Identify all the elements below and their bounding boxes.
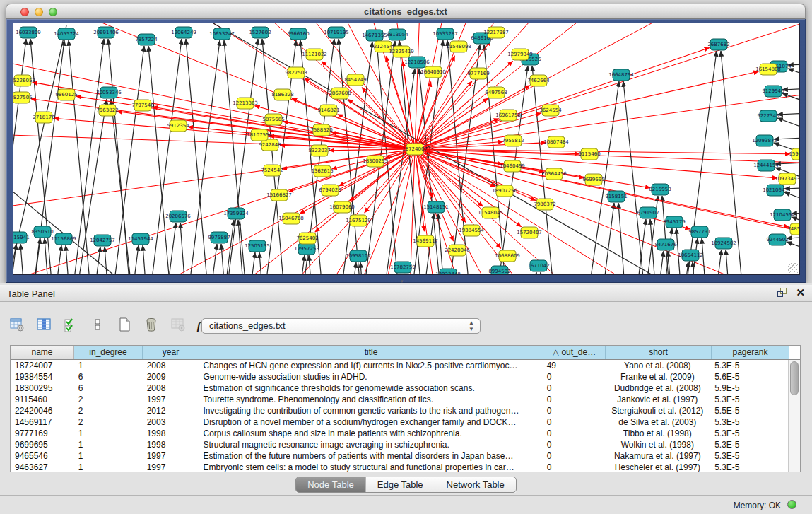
network-node[interactable]: 9860125 bbox=[55, 89, 77, 100]
cell-year[interactable]: 1998 bbox=[143, 439, 199, 450]
network-node[interactable]: 7485063 bbox=[787, 223, 800, 235]
cell-short[interactable]: de Silva et al. (2003) bbox=[604, 416, 710, 428]
cell-pagerank[interactable]: 5.3E-5 bbox=[710, 462, 788, 472]
cell-name[interactable]: 22420046 bbox=[11, 405, 74, 416]
network-node[interactable]: 5875685 bbox=[262, 114, 284, 125]
network-node[interactable]: 8454749 bbox=[344, 74, 366, 86]
delete-trash-button[interactable] bbox=[141, 316, 161, 336]
network-node[interactable]: 12213363 bbox=[233, 98, 258, 109]
network-node[interactable]: 11156869 bbox=[51, 233, 76, 245]
network-node[interactable]: 1527602 bbox=[249, 27, 271, 38]
column-header-pagerank[interactable]: pagerank bbox=[712, 346, 789, 359]
network-node[interactable]: 10533287 bbox=[433, 28, 458, 40]
cell-short[interactable]: Hescheler et al. (1997) bbox=[604, 462, 710, 472]
table-row[interactable]: 2242004622012Investigating the contribut… bbox=[11, 405, 788, 416]
column-header-short[interactable]: short bbox=[606, 346, 712, 359]
cell-short[interactable]: Dudbridge et al. (2008) bbox=[604, 382, 710, 394]
cell-out_de[interactable]: 0 bbox=[543, 371, 605, 382]
cell-in_degree[interactable]: 2 bbox=[74, 416, 143, 428]
cell-short[interactable]: Yano et al. (2008) bbox=[604, 360, 710, 371]
network-node[interactable]: 9146821 bbox=[317, 105, 339, 116]
network-node[interactable]: 10924502 bbox=[711, 238, 736, 249]
network-node[interactable]: 5912354 bbox=[167, 120, 189, 132]
network-node[interactable]: 14055724 bbox=[54, 28, 79, 40]
cell-title[interactable]: Corpus callosum shape and size in male p… bbox=[199, 428, 543, 439]
network-node[interactable]: 15148151 bbox=[423, 201, 449, 213]
cell-year[interactable]: 1997 bbox=[143, 462, 199, 472]
network-node[interactable]: 20691406 bbox=[93, 27, 119, 38]
canvas-resize-grip[interactable] bbox=[788, 263, 798, 273]
network-node[interactable]: 3624554 bbox=[539, 105, 562, 116]
network-node[interactable]: 9158151 bbox=[605, 191, 627, 202]
network-node[interactable]: 2687682 bbox=[707, 39, 729, 50]
float-panel-icon[interactable] bbox=[777, 288, 787, 298]
network-node[interactable]: 9244502 bbox=[766, 234, 788, 245]
network-node[interactable]: 7986372 bbox=[534, 199, 555, 210]
cell-in_degree[interactable]: 6 bbox=[74, 371, 143, 382]
cell-year[interactable]: 1997 bbox=[143, 394, 199, 405]
table-row[interactable]: 946554611997Estimation of the future num… bbox=[11, 450, 788, 462]
cell-name[interactable]: 14569117 bbox=[11, 416, 74, 428]
network-node[interactable]: 10210643 bbox=[763, 185, 788, 196]
network-node[interactable]: 7797546 bbox=[131, 100, 154, 111]
table-row[interactable]: 946362711997Embryonic stem cells: a mode… bbox=[11, 462, 788, 472]
network-node[interactable]: 15720407 bbox=[517, 227, 542, 238]
network-node[interactable]: 7524542 bbox=[261, 165, 283, 176]
network-node[interactable]: 3915941 bbox=[13, 232, 30, 243]
network-node[interactable]: 7625402 bbox=[296, 233, 318, 244]
network-node[interactable]: 15166827 bbox=[266, 189, 292, 201]
column-header-out_de[interactable]: △ out_de… bbox=[543, 346, 606, 359]
cell-short[interactable]: Tibbo et al. (1998) bbox=[604, 428, 710, 439]
cell-pagerank[interactable]: 5.6E-5 bbox=[710, 371, 788, 382]
cell-year[interactable]: 1998 bbox=[143, 428, 199, 439]
network-node[interactable]: 7462664 bbox=[527, 75, 550, 86]
network-node[interactable]: 2718176 bbox=[33, 112, 55, 123]
cell-title[interactable]: Estimation of significance thresholds fo… bbox=[199, 382, 543, 394]
network-node[interactable]: 10460499 bbox=[500, 160, 525, 172]
network-node[interactable]: 9857791 bbox=[688, 226, 710, 238]
table-row[interactable]: 911546021997Tourette syndrome. Phenomeno… bbox=[11, 394, 788, 405]
network-node[interactable]: 8322037 bbox=[308, 145, 330, 156]
tab-edge-table[interactable]: Edge Table bbox=[366, 477, 435, 492]
table-row[interactable]: 1456911722003Disruption of a novel membe… bbox=[11, 416, 788, 428]
network-node[interactable]: 6497568 bbox=[485, 87, 507, 98]
network-node[interactable]: 12042757 bbox=[90, 235, 115, 246]
network-node[interactable]: 9777169 bbox=[467, 68, 489, 79]
cell-name[interactable]: 18724007 bbox=[11, 360, 74, 371]
cell-in_degree[interactable]: 1 bbox=[74, 428, 143, 439]
network-window-titlebar[interactable]: citations_edges.txt bbox=[6, 4, 806, 19]
cell-title[interactable]: Tourette syndrome. Phenomenology and cla… bbox=[199, 394, 543, 405]
table-row[interactable]: 1830029562008Estimation of significance … bbox=[11, 382, 788, 394]
network-node[interactable]: 10688609 bbox=[495, 250, 520, 262]
network-node[interactable]: 16033809 bbox=[16, 27, 41, 38]
cell-short[interactable]: Stergiakouli et al. (2012) bbox=[604, 405, 710, 416]
cell-title[interactable]: Changes of HCN gene expression and I(f) … bbox=[199, 360, 543, 371]
network-node[interactable]: 12093872 bbox=[752, 135, 777, 146]
table-row[interactable]: 969969511998Structural magnetic resonanc… bbox=[11, 439, 788, 450]
cell-in_degree[interactable]: 1 bbox=[74, 462, 143, 472]
network-node[interactable]: 8994502 bbox=[488, 266, 510, 275]
network-node[interactable]: 20206576 bbox=[165, 211, 191, 222]
network-node[interactable]: 16961758 bbox=[495, 110, 521, 121]
network-node[interactable]: 6791907 bbox=[637, 207, 659, 218]
network-node[interactable]: 7857224 bbox=[135, 34, 158, 45]
network-node[interactable]: 9975887 bbox=[208, 232, 230, 243]
table-row[interactable]: 977716911998Corpus callosum shape and si… bbox=[11, 428, 788, 439]
cell-pagerank[interactable]: 5.3E-5 bbox=[710, 360, 788, 371]
close-panel-icon[interactable]: ✕ bbox=[796, 288, 805, 298]
cell-in_degree[interactable]: 1 bbox=[74, 439, 143, 450]
cell-out_de[interactable]: 0 bbox=[543, 462, 605, 472]
network-node[interactable]: 8350510 bbox=[31, 226, 53, 238]
network-node[interactable]: 12218506 bbox=[404, 57, 430, 68]
network-node[interactable]: 11548098 bbox=[446, 41, 471, 52]
cell-out_de[interactable]: 0 bbox=[543, 450, 605, 462]
table-row[interactable]: 1872400712008Changes of HCN gene express… bbox=[11, 360, 788, 371]
cell-name[interactable]: 9777169 bbox=[11, 428, 74, 439]
network-node[interactable]: 9827505 bbox=[13, 92, 33, 103]
cell-title[interactable]: Genome-wide association studies in ADHD. bbox=[199, 371, 543, 382]
cell-year[interactable]: 2008 bbox=[143, 382, 199, 394]
network-node[interactable]: 8186328 bbox=[271, 89, 293, 100]
network-node[interactable]: 1595312 bbox=[789, 148, 800, 160]
network-node[interactable]: 12505135 bbox=[245, 240, 270, 252]
network-node[interactable]: 25226053 bbox=[13, 75, 35, 86]
